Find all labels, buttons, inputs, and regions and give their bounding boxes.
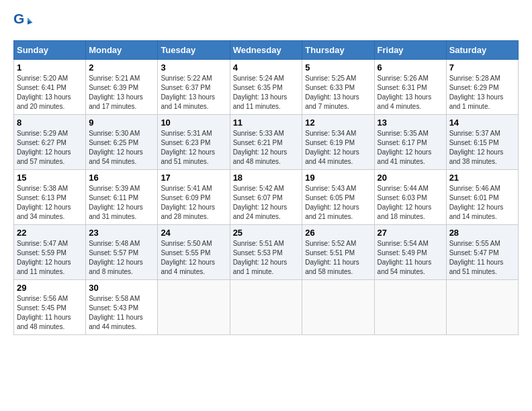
day-info: Sunrise: 5:20 AM Sunset: 6:41 PM Dayligh… [17,74,83,111]
weekday-header-saturday: Saturday [446,41,518,60]
day-number: 1 [17,62,83,73]
day-number: 20 [378,173,443,183]
calendar-cell: 15Sunrise: 5:38 AM Sunset: 6:13 PM Dayli… [14,170,86,225]
day-number: 8 [17,118,83,128]
calendar-cell: 24Sunrise: 5:50 AM Sunset: 5:55 PM Dayli… [158,225,230,280]
day-number: 7 [449,62,515,73]
day-number: 2 [89,62,154,73]
day-number: 14 [449,118,515,128]
calendar-header-row: SundayMondayTuesdayWednesdayThursdayFrid… [14,41,519,60]
calendar-cell: 22Sunrise: 5:47 AM Sunset: 5:59 PM Dayli… [14,225,86,280]
calendar-cell: 12Sunrise: 5:34 AM Sunset: 6:19 PM Dayli… [302,115,374,170]
calendar-cell [230,280,302,335]
day-number: 15 [17,173,83,183]
day-number: 24 [161,228,226,238]
calendar-cell [446,280,518,335]
weekday-header-friday: Friday [374,41,446,60]
weekday-header-sunday: Sunday [14,41,86,60]
day-number: 17 [161,173,226,183]
calendar-cell [158,280,230,335]
calendar-week-row: 15Sunrise: 5:38 AM Sunset: 6:13 PM Dayli… [14,170,519,225]
calendar-cell: 29Sunrise: 5:56 AM Sunset: 5:45 PM Dayli… [14,280,86,335]
calendar-week-row: 8Sunrise: 5:29 AM Sunset: 6:27 PM Daylig… [14,115,519,170]
day-number: 29 [17,283,83,293]
calendar-cell [374,280,446,335]
calendar-cell: 13Sunrise: 5:35 AM Sunset: 6:17 PM Dayli… [374,115,446,170]
day-info: Sunrise: 5:37 AM Sunset: 6:15 PM Dayligh… [449,129,515,167]
day-info: Sunrise: 5:21 AM Sunset: 6:39 PM Dayligh… [89,74,154,111]
day-info: Sunrise: 5:55 AM Sunset: 5:47 PM Dayligh… [449,239,515,277]
calendar-cell: 11Sunrise: 5:33 AM Sunset: 6:21 PM Dayli… [230,115,302,170]
calendar-cell: 16Sunrise: 5:39 AM Sunset: 6:11 PM Dayli… [86,170,158,225]
day-info: Sunrise: 5:43 AM Sunset: 6:05 PM Dayligh… [305,184,371,222]
calendar-cell: 18Sunrise: 5:42 AM Sunset: 6:07 PM Dayli… [230,170,302,225]
calendar-cell: 30Sunrise: 5:58 AM Sunset: 5:43 PM Dayli… [86,280,158,335]
day-info: Sunrise: 5:35 AM Sunset: 6:17 PM Dayligh… [378,129,443,167]
calendar-cell: 4Sunrise: 5:24 AM Sunset: 6:35 PM Daylig… [230,60,302,115]
calendar-cell: 6Sunrise: 5:26 AM Sunset: 6:31 PM Daylig… [374,60,446,115]
calendar-cell: 2Sunrise: 5:21 AM Sunset: 6:39 PM Daylig… [86,60,158,115]
svg-text:G: G [13,13,24,26]
day-number: 13 [378,118,443,128]
day-info: Sunrise: 5:39 AM Sunset: 6:11 PM Dayligh… [89,184,154,222]
day-info: Sunrise: 5:46 AM Sunset: 6:01 PM Dayligh… [449,184,515,222]
day-info: Sunrise: 5:30 AM Sunset: 6:25 PM Dayligh… [89,129,154,167]
calendar-cell [302,280,374,335]
day-info: Sunrise: 5:33 AM Sunset: 6:21 PM Dayligh… [233,129,300,167]
day-number: 25 [233,228,300,238]
day-info: Sunrise: 5:28 AM Sunset: 6:29 PM Dayligh… [449,74,515,111]
day-info: Sunrise: 5:38 AM Sunset: 6:13 PM Dayligh… [17,184,83,222]
calendar-cell: 5Sunrise: 5:25 AM Sunset: 6:33 PM Daylig… [302,60,374,115]
day-info: Sunrise: 5:41 AM Sunset: 6:09 PM Dayligh… [161,184,226,222]
day-number: 5 [305,62,371,73]
day-number: 9 [89,118,154,128]
calendar-cell: 1Sunrise: 5:20 AM Sunset: 6:41 PM Daylig… [14,60,86,115]
day-number: 11 [233,118,300,128]
calendar-table: SundayMondayTuesdayWednesdayThursdayFrid… [13,40,519,335]
day-number: 22 [17,228,83,238]
weekday-header-thursday: Thursday [302,41,374,60]
day-number: 19 [305,173,371,183]
weekday-header-monday: Monday [86,41,158,60]
calendar-cell: 17Sunrise: 5:41 AM Sunset: 6:09 PM Dayli… [158,170,230,225]
calendar-cell: 10Sunrise: 5:31 AM Sunset: 6:23 PM Dayli… [158,115,230,170]
calendar-cell: 7Sunrise: 5:28 AM Sunset: 6:29 PM Daylig… [446,60,518,115]
day-info: Sunrise: 5:34 AM Sunset: 6:19 PM Dayligh… [305,129,371,167]
day-info: Sunrise: 5:52 AM Sunset: 5:51 PM Dayligh… [305,239,371,277]
calendar-cell: 23Sunrise: 5:48 AM Sunset: 5:57 PM Dayli… [86,225,158,280]
calendar-cell: 27Sunrise: 5:54 AM Sunset: 5:49 PM Dayli… [374,225,446,280]
day-number: 12 [305,118,371,128]
logo: G [13,13,36,34]
day-info: Sunrise: 5:50 AM Sunset: 5:55 PM Dayligh… [161,239,226,277]
day-info: Sunrise: 5:25 AM Sunset: 6:33 PM Dayligh… [305,74,371,111]
day-number: 23 [89,228,154,238]
day-info: Sunrise: 5:58 AM Sunset: 5:43 PM Dayligh… [89,294,154,332]
calendar-cell: 14Sunrise: 5:37 AM Sunset: 6:15 PM Dayli… [446,115,518,170]
calendar-cell: 26Sunrise: 5:52 AM Sunset: 5:51 PM Dayli… [302,225,374,280]
day-info: Sunrise: 5:48 AM Sunset: 5:57 PM Dayligh… [89,239,154,277]
day-info: Sunrise: 5:24 AM Sunset: 6:35 PM Dayligh… [233,74,300,111]
day-number: 18 [233,173,300,183]
day-number: 4 [233,62,300,73]
calendar-week-row: 22Sunrise: 5:47 AM Sunset: 5:59 PM Dayli… [14,225,519,280]
day-number: 30 [89,283,154,293]
calendar-week-row: 29Sunrise: 5:56 AM Sunset: 5:45 PM Dayli… [14,280,519,335]
day-info: Sunrise: 5:22 AM Sunset: 6:37 PM Dayligh… [161,74,226,111]
day-number: 28 [449,228,515,238]
calendar-cell: 20Sunrise: 5:44 AM Sunset: 6:03 PM Dayli… [374,170,446,225]
logo-icon: G [13,13,34,34]
day-number: 27 [378,228,443,238]
day-number: 26 [305,228,371,238]
calendar-cell: 9Sunrise: 5:30 AM Sunset: 6:25 PM Daylig… [86,115,158,170]
weekday-header-wednesday: Wednesday [230,41,302,60]
day-number: 6 [378,62,443,73]
day-number: 21 [449,173,515,183]
calendar-cell: 28Sunrise: 5:55 AM Sunset: 5:47 PM Dayli… [446,225,518,280]
day-info: Sunrise: 5:47 AM Sunset: 5:59 PM Dayligh… [17,239,83,277]
day-info: Sunrise: 5:44 AM Sunset: 6:03 PM Dayligh… [378,184,443,222]
day-info: Sunrise: 5:56 AM Sunset: 5:45 PM Dayligh… [17,294,83,332]
day-number: 3 [161,62,226,73]
day-info: Sunrise: 5:26 AM Sunset: 6:31 PM Dayligh… [378,74,443,111]
calendar-cell: 19Sunrise: 5:43 AM Sunset: 6:05 PM Dayli… [302,170,374,225]
calendar-cell: 21Sunrise: 5:46 AM Sunset: 6:01 PM Dayli… [446,170,518,225]
